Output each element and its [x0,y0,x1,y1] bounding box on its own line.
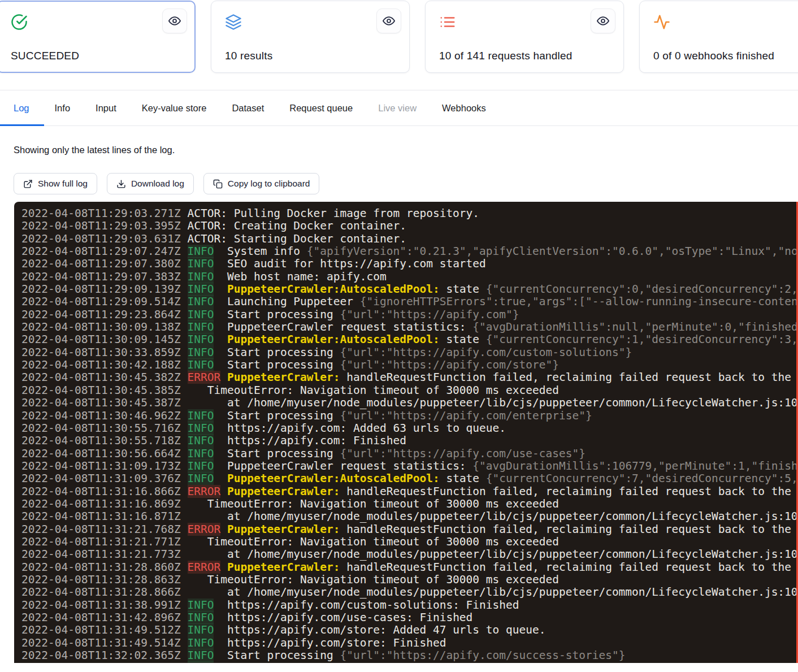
log-level-badge: INFO [188,636,214,649]
status-card: 0 of 0 webhooks finished [639,1,798,73]
copy-log-to-clipboard-button[interactable]: Copy log to clipboard [203,173,320,194]
log-line: 2022-04-08T11:30:09.145Z INFO PuppeteerC… [21,333,798,346]
log-line: 2022-04-08T11:31:21.771Z TimeoutError: N… [21,536,798,548]
log-line: 2022-04-08T11:31:21.773Z at /home/myuser… [21,548,798,561]
log-line: 2022-04-08T11:31:16.871Z at /home/myuser… [21,510,798,523]
log-actions: Show full logDownload logCopy log to cli… [14,173,798,194]
log-level-badge: INFO [188,257,214,270]
log-line: 2022-04-08T11:29:09.139Z INFO PuppeteerC… [21,283,798,296]
log-line: 2022-04-08T11:29:03.395Z ACTOR: Creating… [21,220,798,232]
log-level-badge: INFO [188,611,214,624]
download-icon [116,179,126,189]
log-level-badge: INFO [188,623,214,636]
log-line: 2022-04-08T11:31:09.376Z INFO PuppeteerC… [21,472,798,485]
download-log-button[interactable]: Download log [107,173,194,194]
log-level-badge: INFO [188,599,214,612]
log-line: 2022-04-08T11:32:02.365Z INFO Start proc… [21,649,798,662]
log-line: 2022-04-08T11:31:28.866Z at /home/myuser… [21,586,798,599]
log-line: 2022-04-08T11:30:42.188Z INFO Start proc… [21,359,798,371]
button-label: Show full log [38,179,88,189]
log-level-badge: INFO [188,434,214,447]
log-level-badge: INFO [188,245,214,258]
eye-button[interactable] [162,8,187,33]
eye-icon [597,15,609,27]
button-label: Copy log to clipboard [228,179,310,189]
tab-key-value-store[interactable]: Key-value store [142,90,207,125]
log-line: 2022-04-08T11:31:28.863Z TimeoutError: N… [21,574,798,586]
status-card: 10 of 141 requests handled [425,1,624,73]
status-card-label: 0 of 0 webhooks finished [653,50,798,62]
log-line: 2022-04-08T11:30:55.716Z INFO https://ap… [21,422,798,435]
log-level-badge: INFO [188,346,214,359]
log-line: 2022-04-08T11:30:56.664Z INFO Start proc… [21,448,798,460]
eye-button[interactable] [376,8,401,33]
log-line: 2022-04-08T11:31:38.991Z INFO https://ap… [21,599,798,612]
log-lines: 2022-04-08T11:29:03.271Z ACTOR: Pulling … [21,207,798,663]
log-level-badge: ERROR [188,561,221,574]
log-level-badge: INFO [188,270,214,283]
log-line: 2022-04-08T11:30:45.385Z TimeoutError: N… [21,384,798,397]
layers-icon [225,14,242,31]
status-card-label: SUCCEEDED [11,50,187,62]
eye-button[interactable] [591,8,615,33]
log-console[interactable]: 2022-04-08T11:29:03.271Z ACTOR: Pulling … [14,202,798,663]
status-card: 10 results [211,1,410,73]
log-level-badge: INFO [188,283,214,296]
log-notice: Showing only the latest lines of the log… [14,145,798,155]
log-line: 2022-04-08T11:31:42.896Z INFO https://ap… [21,612,798,624]
log-level-badge: ERROR [188,485,221,498]
log-line: 2022-04-08T11:32:09.172Z INFO PuppeteerC… [21,662,798,663]
log-level-badge: INFO [188,661,214,663]
external-link-icon [23,179,33,189]
tab-input[interactable]: Input [96,90,116,125]
status-card-label: 10 results [225,50,401,62]
log-level-badge: INFO [188,447,214,460]
log-line: 2022-04-08T11:30:46.962Z INFO Start proc… [21,410,798,422]
tab-live-view[interactable]: Live view [378,90,417,125]
log-level-badge: ERROR [188,523,221,536]
log-line: 2022-04-08T11:29:07.383Z INFO Web host n… [21,271,798,283]
log-level-badge: INFO [188,333,214,346]
log-level-badge: INFO [188,422,214,435]
log-line: 2022-04-08T11:30:55.718Z INFO https://ap… [21,435,798,447]
log-line: 2022-04-08T11:31:16.866Z ERROR Puppeteer… [21,485,798,498]
log-line: 2022-04-08T11:30:45.387Z at /home/myuser… [21,397,798,409]
status-cards-row: SUCCEEDED10 results10 of 141 requests ha… [0,0,798,73]
tab-webhooks[interactable]: Webhooks [442,90,486,125]
tab-info[interactable]: Info [55,90,71,125]
log-level-badge: INFO [188,308,214,321]
log-line: 2022-04-08T11:30:09.138Z INFO PuppeteerC… [21,321,798,333]
log-line: 2022-04-08T11:29:03.271Z ACTOR: Pulling … [21,207,798,220]
eye-icon [168,15,181,27]
tab-dataset[interactable]: Dataset [232,90,264,125]
button-label: Download log [131,179,184,189]
log-line: 2022-04-08T11:31:21.768Z ERROR Puppeteer… [21,523,798,536]
log-level-badge: INFO [188,320,214,333]
log-level-badge: INFO [188,295,214,308]
pulse-icon [653,14,670,31]
log-level-badge: INFO [188,472,214,485]
log-level-badge: INFO [188,358,214,371]
log-line: 2022-04-08T11:31:49.514Z INFO https://ap… [21,637,798,649]
copy-icon [213,179,223,189]
eye-icon [383,15,395,27]
log-line: 2022-04-08T11:29:23.864Z INFO Start proc… [21,309,798,321]
list-icon [439,14,456,31]
log-line: 2022-04-08T11:30:45.382Z ERROR Puppeteer… [21,371,798,384]
log-line: 2022-04-08T11:29:07.380Z INFO SEO audit … [21,258,798,270]
log-level-badge: ERROR [188,371,221,384]
log-section: Showing only the latest lines of the log… [0,145,798,663]
tab-request-queue[interactable]: Request queue [289,90,353,125]
log-line: 2022-04-08T11:29:03.631Z ACTOR: Starting… [21,233,798,245]
log-line: 2022-04-08T11:31:49.512Z INFO https://ap… [21,624,798,636]
log-level-badge: INFO [188,409,214,422]
log-level-badge: INFO [188,459,214,472]
log-line: 2022-04-08T11:29:09.514Z INFO Launching … [21,296,798,308]
log-level-badge: INFO [188,649,214,662]
log-line: 2022-04-08T11:31:28.860Z ERROR Puppeteer… [21,561,798,574]
log-line: 2022-04-08T11:31:09.173Z INFO PuppeteerC… [21,460,798,472]
check-circle-icon [11,14,28,31]
tab-log[interactable]: Log [14,90,29,125]
status-card: SUCCEEDED [0,1,196,73]
show-full-log-button[interactable]: Show full log [14,173,97,194]
